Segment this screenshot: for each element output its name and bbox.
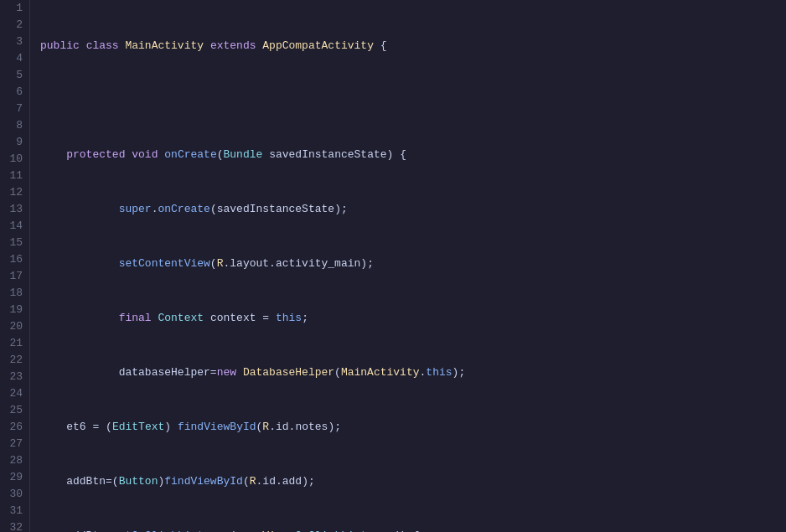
code-line-6: final Context context = this; [40, 310, 786, 327]
code-line-4: super.onCreate(savedInstanceState); [40, 201, 786, 218]
code-line-9: addBtn=(Button)findViewById(R.id.add); [40, 473, 786, 490]
code-editor: 1 2 3 4 5 6 7 8 9 10 11 12 13 14 15 16 1… [0, 0, 786, 532]
code-line-5: setContentView(R.layout.activity_main); [40, 256, 786, 272]
line-numbers: 1 2 3 4 5 6 7 8 9 10 11 12 13 14 15 16 1… [0, 0, 30, 532]
code-line-2 [40, 92, 786, 109]
code-content[interactable]: public class MainActivity extends AppCom… [30, 0, 786, 532]
code-line-8: et6 = (EditText) findViewById(R.id.notes… [40, 419, 786, 436]
code-line-10: addBtn.setOnClickListener(new View.OnCli… [40, 528, 786, 532]
code-line-1: public class MainActivity extends AppCom… [40, 38, 786, 54]
code-line-7: databaseHelper=new DatabaseHelper(MainAc… [40, 364, 786, 381]
code-line-3: protected void onCreate(Bundle savedInst… [40, 147, 786, 163]
